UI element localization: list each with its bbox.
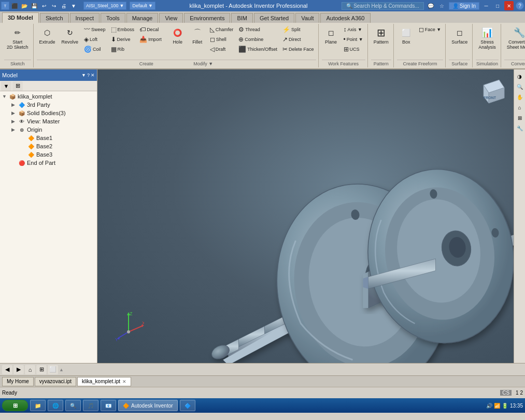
taskbar-3dsmax[interactable]: 🔷 <box>180 400 195 411</box>
tree-item-3rd-party[interactable]: ▶ 🔷 3rd Party <box>1 101 96 109</box>
tab-my-home[interactable]: My Home <box>2 377 34 386</box>
shell-button[interactable]: ◻Shell <box>208 35 236 44</box>
extrude-button[interactable]: ⬡ Extrude <box>37 25 58 47</box>
tree-item-origin[interactable]: ▶ ⊕ Origin <box>1 125 96 134</box>
qa-new-btn[interactable]: ⬛ <box>10 1 19 10</box>
taskbar-search[interactable]: 🔍 <box>65 400 81 411</box>
tab-get-started[interactable]: Get Started <box>254 13 294 23</box>
panel-close-btn[interactable]: ✕ <box>91 73 95 78</box>
hole-button[interactable]: ⭕ Hole <box>168 25 187 47</box>
taskbar-explorer[interactable]: 📁 <box>30 400 46 411</box>
thicken-button[interactable]: ⬛Thicken/Offset <box>236 45 279 54</box>
tree-item-klika-komplet[interactable]: ▼ 📦 klika_komplet <box>1 92 96 101</box>
help-button[interactable]: ? <box>516 2 524 10</box>
nav-grid-btn[interactable]: ⊞ <box>36 365 47 374</box>
appearance-btn[interactable]: 🔧 <box>515 123 524 133</box>
tab-klika-komplet[interactable]: klika_komplet.ipt ✕ <box>77 377 131 386</box>
tab-manage[interactable]: Manage <box>126 13 159 23</box>
stress-analysis-button[interactable]: 📊 StressAnalysis <box>476 25 499 52</box>
start-sketch-button[interactable]: ✏ Start2D Sketch <box>4 25 31 52</box>
emboss-button[interactable]: ⬚Emboss <box>109 25 137 34</box>
tree-item-end-of-part[interactable]: 🔴 End of Part <box>1 159 96 167</box>
favorites-btn[interactable]: ☆ <box>437 1 447 10</box>
point-button[interactable]: •Point ▼ <box>342 35 365 44</box>
tab-vyvazovaci[interactable]: vyvazovaci.ipt <box>35 377 76 386</box>
qa-undo-btn[interactable]: ↩ <box>39 1 49 10</box>
close-btn[interactable]: ✕ <box>504 1 514 10</box>
klika-komplet-tab-close[interactable]: ✕ <box>122 379 126 384</box>
loft-button[interactable]: ◈Loft <box>82 35 108 44</box>
qa-open-btn[interactable]: 📂 <box>20 1 29 10</box>
nav-forward-btn[interactable]: ▶ <box>13 365 24 374</box>
tree-item-view-master[interactable]: ▶ 👁 View: Master <box>1 117 96 125</box>
direct-button[interactable]: ↗Direct <box>280 35 316 44</box>
nav-home-btn[interactable]: ⌂ <box>25 365 35 374</box>
coil-button[interactable]: 🌀Coil <box>82 45 108 54</box>
tab-environments[interactable]: Environments <box>184 13 230 23</box>
tree-item-base2[interactable]: 🔶 Base2 <box>1 142 96 150</box>
search-box[interactable]: 🔍 Search Help & Commands... <box>342 2 424 10</box>
ucs-button[interactable]: ⊞UCS <box>342 45 365 54</box>
panel-help-btn[interactable]: ? <box>87 73 90 78</box>
derive-button[interactable]: ⬇Derive <box>109 35 137 44</box>
minimize-btn[interactable]: ─ <box>481 1 491 10</box>
taskbar-outlook[interactable]: 📧 <box>101 400 116 411</box>
chamfer-button[interactable]: ◺Chamfer <box>208 25 236 34</box>
tab-vault[interactable]: Vault <box>295 13 319 23</box>
taskbar-ie[interactable]: 🌐 <box>48 400 63 411</box>
orbit-btn[interactable]: ◑ <box>515 72 524 81</box>
panel-options-btn[interactable]: ▼ <box>81 73 86 78</box>
tab-bim[interactable]: BIM <box>231 13 253 23</box>
axis-button[interactable]: ↕Axis ▼ <box>342 25 365 34</box>
taskbar-inventor[interactable]: 🔶 Autodesk Inventor <box>118 400 178 411</box>
decal-button[interactable]: 🏷Decal <box>137 25 164 34</box>
import-button[interactable]: 📥Import <box>137 35 164 44</box>
qa-print-btn[interactable]: 🖨 <box>59 1 68 10</box>
zoom-btn[interactable]: 🔍 <box>515 82 524 91</box>
qa-more-btn[interactable]: ▼ <box>69 1 78 10</box>
revolve-button[interactable]: ↻ Revolve <box>59 25 81 47</box>
box-button[interactable]: ⬜ Box <box>397 25 416 47</box>
tab-tools[interactable]: Tools <box>101 13 125 23</box>
view-master-icon: 👁 <box>18 118 26 125</box>
pan-btn[interactable]: ✋ <box>515 92 524 102</box>
face-button[interactable]: ◻Face ▼ <box>417 25 443 34</box>
comms-btn[interactable]: 💬 <box>426 1 435 10</box>
look-at-btn[interactable]: ⊞ <box>515 113 524 122</box>
taskbar-itunes[interactable]: 🎵 <box>83 400 98 411</box>
surface-button[interactable]: ◻ Surface <box>449 25 470 47</box>
tree-item-base3[interactable]: 🔶 Base3 <box>1 150 96 159</box>
viewport[interactable]: FRONT Z X Y ◑ <box>97 69 525 363</box>
tab-a360[interactable]: Autodesk A360 <box>320 13 370 23</box>
tab-inspect[interactable]: Inspect <box>70 13 100 23</box>
viewcube[interactable]: FRONT <box>473 75 509 111</box>
sign-in-button[interactable]: 👤 Sign In <box>449 2 479 10</box>
convert-sheet-metal-button[interactable]: 🔧 Convert toSheet Metal <box>504 25 525 52</box>
fillet-button[interactable]: ⌒ Fillet <box>188 25 207 47</box>
tree-item-solid-bodies[interactable]: ▶ 📦 Solid Bodies(3) <box>1 109 96 117</box>
qa-redo-btn[interactable]: ↪ <box>49 1 59 10</box>
thread-button[interactable]: ⚙Thread <box>236 25 279 34</box>
filter-btn[interactable]: ▼ <box>1 81 11 91</box>
draft-button[interactable]: ◁Draft <box>208 45 236 54</box>
nav-back-btn[interactable]: ◀ <box>2 365 12 374</box>
tree-view-btn[interactable]: ⊞ <box>12 81 23 91</box>
pattern-button[interactable]: ⊞ Pattern <box>371 25 391 47</box>
delete-face-button[interactable]: ✂Delete Face <box>280 45 316 54</box>
start-button[interactable]: ⊞ <box>2 400 28 411</box>
plane-button[interactable]: ◻ Plane <box>322 25 340 47</box>
tab-sketch[interactable]: Sketch <box>40 13 69 23</box>
split-button[interactable]: ⚡Split <box>280 25 316 34</box>
appearance-dropdown[interactable]: Default ▼ <box>130 2 155 10</box>
sweep-button[interactable]: 〰Sweep <box>82 25 108 34</box>
maximize-btn[interactable]: □ <box>493 1 502 10</box>
home-btn[interactable]: ⌂ <box>515 103 524 112</box>
qa-save-btn[interactable]: 💾 <box>30 1 39 10</box>
material-dropdown[interactable]: AISI_Steel_100 ▼ <box>83 2 126 10</box>
tab-view[interactable]: View <box>159 13 183 23</box>
rib-button[interactable]: ▦Rib <box>109 45 137 54</box>
nav-view-btn[interactable]: ⬜ <box>48 365 58 374</box>
tab-3d-model[interactable]: 3D Model <box>2 12 39 23</box>
tree-item-base1[interactable]: 🔶 Base1 <box>1 134 96 142</box>
combine-button[interactable]: ⊕Combine <box>236 35 279 44</box>
